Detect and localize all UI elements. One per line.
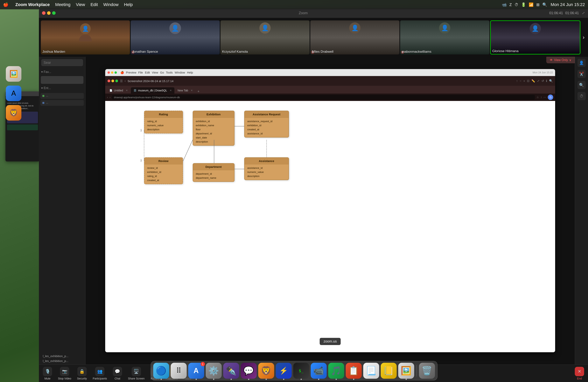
erd-table-assistance[interactable]: Assistance assistance_id numeric_value d…	[244, 157, 289, 180]
drawsql-search-icon[interactable]: 🔍	[549, 79, 553, 83]
right-panel-participants-icon[interactable]: 👤	[578, 59, 586, 67]
dock-vscode[interactable]: ⚡	[276, 363, 292, 379]
brave-desktop-icon[interactable]: 🦁	[6, 105, 21, 121]
erd-field-ar-id: assistance_request_id	[247, 119, 286, 123]
drawsql-rotate-icon[interactable]: ↺	[542, 79, 544, 83]
preview-menu-view[interactable]: View	[152, 71, 158, 74]
drawsql-back-btn[interactable]: ‹	[125, 79, 126, 83]
preview-menu-window[interactable]: Window	[175, 71, 185, 74]
preview-close[interactable]	[107, 71, 110, 74]
drawsql-info-icon[interactable]: ℹ	[546, 79, 547, 83]
edit-menu[interactable]: Edit	[90, 2, 98, 7]
dock-appstore[interactable]: A 1	[188, 363, 204, 379]
preview-menu-apple[interactable]: 🍎	[120, 71, 124, 74]
erd-table-assistance-request[interactable]: Assistance Request assistance_request_id…	[244, 111, 289, 138]
video-strip-next-chevron[interactable]: ›	[581, 33, 586, 42]
drawsql-share-icon[interactable]: ↑	[516, 79, 518, 83]
dock-trash[interactable]: 🗑️	[419, 363, 435, 379]
zoom-menu-icon[interactable]: Z	[509, 2, 512, 7]
participant-video-krzysztof[interactable]: 👤 Krzysztof Kamola	[221, 21, 310, 54]
dock-textedit[interactable]: 📃	[363, 363, 379, 379]
dock-sysprefs[interactable]: ⚙️	[206, 363, 222, 379]
right-panel-search-icon[interactable]: 🔍	[578, 81, 586, 89]
new-tab-btn[interactable]: +	[196, 89, 201, 94]
zoom-max-btn[interactable]	[52, 11, 56, 15]
erd-table-rating[interactable]: Rating rating_id numeric_value descripti…	[144, 111, 183, 133]
drawsql-close-btn[interactable]	[107, 80, 110, 82]
shared-browser-window: 🍎 Preview File Edit View Go Tools Window…	[105, 69, 555, 352]
browser-back-btn[interactable]: ‹	[107, 96, 108, 99]
apple-menu[interactable]: 🍎	[3, 2, 8, 7]
tab-untitled[interactable]: 📄 Untitled ✕	[107, 87, 130, 94]
app-name-menu[interactable]: Zoom Workplace	[15, 2, 50, 7]
dock-zoom[interactable]: 📹	[311, 363, 327, 379]
erd-field-ar-assistance-id: assistance_id	[247, 131, 286, 136]
appstore-desktop-icon[interactable]: A	[6, 85, 21, 101]
preview-max[interactable]	[115, 71, 117, 74]
view-menu[interactable]: View	[76, 2, 85, 7]
preview-menu-preview[interactable]: Preview	[126, 71, 136, 74]
drawsql-zoom-out-icon[interactable]: −	[520, 79, 522, 83]
dock-brave[interactable]: 🦁	[258, 363, 274, 379]
preview-menu-tools[interactable]: Tools	[166, 71, 173, 74]
control-center-icon[interactable]: ⊞	[536, 2, 540, 7]
dock-remarkable[interactable]: 📋	[346, 363, 362, 379]
tab-newtab-close[interactable]: ✕	[191, 89, 193, 92]
dock-notes[interactable]: 📒	[381, 363, 397, 379]
dock-preview[interactable]: 🖼️	[398, 363, 414, 379]
preview-app-icon[interactable]: 🖼️	[6, 66, 21, 82]
participant-video-jonathan[interactable]: 👤 🔇 Jonathan Spence	[131, 21, 220, 54]
tab-drawsql[interactable]: 🗄️ museum_db | DrawSQL ✕	[131, 87, 174, 94]
preview-menu-edit[interactable]: Edit	[145, 71, 150, 74]
participant-video-gloriose[interactable]: 👤 Gloriose Hitimana	[490, 21, 580, 54]
dock-finder[interactable]: 🔵	[153, 363, 169, 379]
search-icon[interactable]: 🔍	[542, 2, 547, 7]
zoom-close-btn[interactable]	[42, 11, 45, 15]
preview-min[interactable]	[111, 71, 113, 74]
screen-record-icon[interactable]: 📹	[502, 2, 507, 7]
zoom-min-btn[interactable]	[47, 11, 51, 15]
browser-bookmark-icon[interactable]: ☆	[536, 96, 539, 99]
tab-drawsql-close[interactable]: ✕	[170, 89, 172, 92]
dock-terminal[interactable]: $_	[293, 363, 309, 379]
dock-slack[interactable]: 💬	[241, 363, 257, 379]
window-menu[interactable]: Window	[103, 2, 118, 7]
dock-craft[interactable]: ✒️	[223, 363, 239, 379]
drawsql-markup-icon[interactable]: ✏️	[531, 79, 535, 83]
browser-forward-btn[interactable]: ›	[109, 96, 110, 99]
tab-untitled-close[interactable]: ✕	[126, 89, 128, 92]
erd-table-review[interactable]: Review review_id exhibition_id rating_id…	[144, 157, 183, 184]
dock-spotify[interactable]: 🎵	[328, 363, 344, 379]
participant-video-miles[interactable]: 👤 🔇 Miles Drabwell	[310, 21, 399, 54]
drawsql-zoom-in-icon[interactable]: +	[524, 79, 525, 83]
erd-field-rating-id: rating_id	[147, 119, 180, 123]
participant-video-mabon[interactable]: 👤 🔇 mabonmackwilliams	[400, 21, 489, 54]
right-panel-scissors-icon[interactable]: ✂️	[578, 70, 586, 78]
dock-launchpad[interactable]: ⠿	[171, 363, 187, 379]
browser-settings-icon[interactable]: ⋯	[544, 96, 546, 99]
sidebar-search-input[interactable]	[41, 59, 83, 66]
drawsql-max-btn[interactable]	[115, 80, 118, 82]
erd-table-department[interactable]: Department department_id department_name	[193, 163, 234, 182]
help-menu[interactable]: Help	[124, 2, 133, 7]
screen-time-icon[interactable]: ⏱	[514, 2, 518, 7]
zoom-expand-btn[interactable]: ⤢	[582, 11, 585, 15]
meeting-menu[interactable]: Meeting	[55, 2, 70, 7]
drawsql-min-btn[interactable]	[111, 80, 114, 82]
browser-url-bar[interactable]: drawsql.app/teams/joshuas-team-12/diagra…	[112, 95, 535, 100]
participant-video-joshua[interactable]: 👤 Joshua Marden	[41, 21, 130, 54]
preview-menu-go[interactable]: Go	[160, 71, 164, 74]
drawsql-fit-icon[interactable]: ⊡	[527, 79, 529, 83]
erd-table-exhibition[interactable]: Exhibition exhibition_id exhibition_name…	[193, 111, 234, 146]
sidebar-favorites-item[interactable]	[41, 76, 84, 84]
right-panel-history-icon[interactable]: ⏱	[578, 92, 586, 100]
drawsql-sidebar-toggle[interactable]: ☰	[120, 79, 123, 83]
drawsql-fullscreen-icon[interactable]: ⤢	[537, 79, 540, 83]
browser-avatar[interactable]: G	[548, 95, 553, 100]
preview-menu-help[interactable]: Help	[187, 71, 193, 74]
sidebar-entry-2[interactable]: ···	[41, 100, 84, 106]
sidebar-entry-1[interactable]: ···	[41, 93, 84, 99]
tab-newtab[interactable]: New Tab ✕	[175, 87, 195, 94]
browser-share-icon[interactable]: ↑	[541, 96, 542, 99]
preview-menu-file[interactable]: File	[138, 71, 143, 74]
